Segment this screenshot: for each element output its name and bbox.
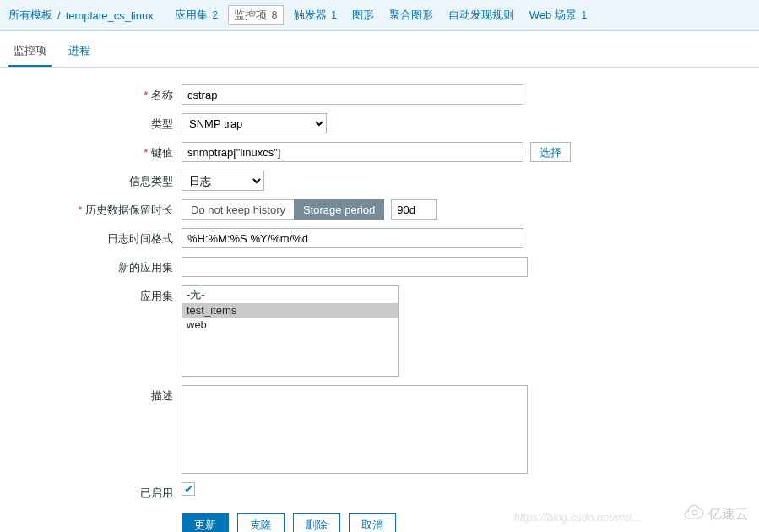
key-label: 键值 [0, 142, 182, 160]
desc-textarea[interactable] [182, 385, 528, 474]
clone-button[interactable]: 克隆 [237, 513, 285, 532]
breadcrumb-separator: / [57, 9, 61, 22]
breadcrumb-item-discovery[interactable]: 自动发现规则 [443, 6, 519, 24]
log-format-label: 日志时间格式 [0, 228, 182, 247]
form: 名称 类型 SNMP trap 键值 选择 信息类型 日志 历史数据保留时长 [0, 68, 759, 532]
breadcrumb-all-templates[interactable]: 所有模板 [8, 8, 52, 23]
type-select[interactable]: SNMP trap [182, 113, 327, 133]
watermark-yisu: 亿速云 [681, 505, 749, 524]
log-format-input[interactable] [182, 228, 523, 248]
enabled-label: 已启用 [0, 482, 182, 501]
app-option-none[interactable]: -无- [182, 286, 398, 303]
name-label: 名称 [0, 84, 182, 103]
apps-listbox[interactable]: -无- test_items web [182, 285, 399, 377]
desc-label: 描述 [0, 385, 182, 404]
breadcrumb-item-web[interactable]: Web 场景 1 [524, 6, 592, 24]
name-input[interactable] [182, 84, 523, 105]
history-no-keep-button[interactable]: Do not keep history [182, 199, 294, 220]
breadcrumb-item-screens[interactable]: 聚合图形 [384, 6, 438, 24]
type-label: 类型 [0, 113, 182, 132]
breadcrumb-item-items[interactable]: 监控项 8 [228, 5, 283, 25]
delete-button[interactable]: 删除 [293, 513, 340, 532]
watermark-csdn: https://blog.csdn.net/wei... [514, 511, 641, 524]
actions: 更新 克隆 删除 取消 [0, 513, 759, 532]
select-key-button[interactable]: 选择 [530, 142, 571, 162]
history-label: 历史数据保留时长 [0, 199, 182, 218]
app-option-web[interactable]: web [182, 318, 398, 332]
tabs: 监控项 进程 [0, 31, 759, 68]
history-mode-group: Do not keep history Storage period [182, 199, 384, 220]
cancel-button[interactable]: 取消 [349, 513, 396, 532]
breadcrumb-item-graphs[interactable]: 图形 [347, 6, 379, 24]
enabled-checkbox[interactable]: ✔ [182, 482, 195, 496]
key-input[interactable] [182, 142, 523, 162]
apps-label: 应用集 [0, 285, 182, 304]
check-icon: ✔ [184, 484, 193, 495]
breadcrumb-item-triggers[interactable]: 触发器 1 [289, 6, 342, 24]
breadcrumb: 所有模板 / template_cs_linux 应用集 2 监控项 8 触发器… [0, 0, 759, 31]
tab-monitor[interactable]: 监控项 [8, 40, 52, 67]
tab-process[interactable]: 进程 [63, 40, 95, 67]
update-button[interactable]: 更新 [182, 513, 229, 532]
new-app-label: 新的应用集 [0, 257, 182, 275]
cloud-icon [681, 505, 705, 524]
app-option-test[interactable]: test_items [182, 303, 398, 318]
history-storage-button[interactable]: Storage period [294, 199, 384, 220]
info-type-label: 信息类型 [0, 171, 182, 189]
new-app-input[interactable] [182, 257, 528, 277]
breadcrumb-template-name[interactable]: template_cs_linux [66, 9, 154, 22]
info-type-select[interactable]: 日志 [182, 171, 264, 191]
history-value-input[interactable] [391, 199, 437, 220]
breadcrumb-item-applications[interactable]: 应用集 2 [170, 6, 223, 24]
